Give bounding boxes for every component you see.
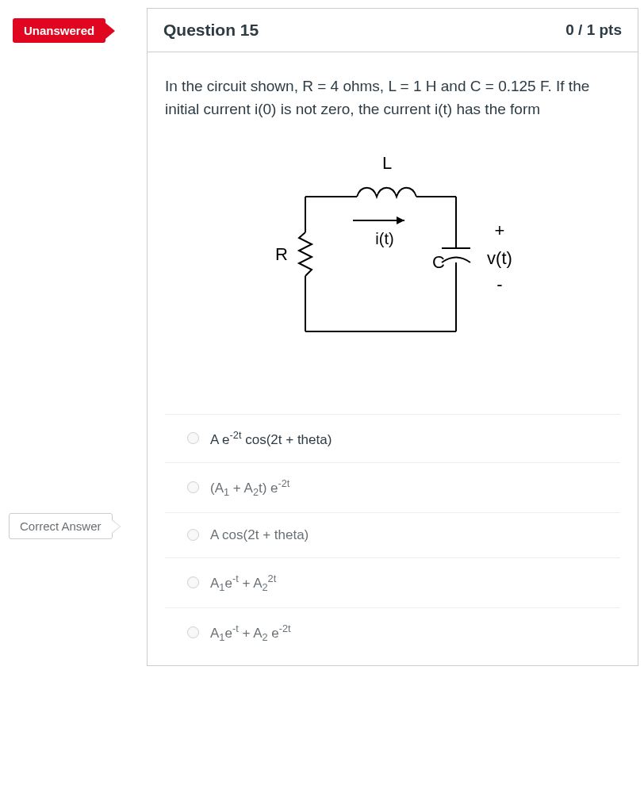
- label-v: v(t): [487, 248, 512, 268]
- answer-radio[interactable]: [187, 481, 199, 493]
- answer-radio[interactable]: [187, 626, 199, 638]
- answer-radio[interactable]: [187, 529, 199, 541]
- label-plus: +: [495, 220, 505, 240]
- answer-radio[interactable]: [187, 432, 199, 444]
- label-i: i(t): [375, 230, 393, 247]
- question-title: Question 15: [163, 21, 259, 40]
- answer-radio[interactable]: [187, 576, 199, 588]
- answer-option[interactable]: A1e-t + A2 e-2t: [165, 607, 620, 657]
- question-header: Question 15 0 / 1 pts: [148, 9, 638, 52]
- answer-text: (A1 + A2t) e-2t: [210, 477, 289, 498]
- svg-marker-2: [397, 216, 404, 224]
- label-L: L: [382, 153, 392, 173]
- question-text: In the circuit shown, R = 4 ohms, L = 1 …: [165, 75, 620, 121]
- label-C: C: [432, 252, 445, 272]
- question-container: Unanswered Correct Answer Question 15 0 …: [147, 8, 638, 666]
- answers-list: A e-2t cos(2t + theta)(A1 + A2t) e-2tA c…: [165, 414, 620, 657]
- circuit-diagram: L R i(t) C + v(t) -: [165, 141, 620, 382]
- answer-option[interactable]: A1e-t + A22t: [165, 557, 620, 607]
- circuit-svg: L R i(t) C + v(t) -: [242, 141, 543, 379]
- label-minus: -: [496, 274, 502, 294]
- answer-option[interactable]: A cos(2t + theta): [165, 512, 620, 557]
- question-body: In the circuit shown, R = 4 ohms, L = 1 …: [148, 52, 638, 665]
- answer-text: A cos(2t + theta): [210, 527, 309, 543]
- answer-option[interactable]: A e-2t cos(2t + theta): [165, 414, 620, 462]
- label-R: R: [275, 244, 288, 264]
- answer-text: A1e-t + A2 e-2t: [210, 622, 291, 643]
- answer-text: A e-2t cos(2t + theta): [210, 429, 332, 448]
- answer-text: A1e-t + A22t: [210, 573, 276, 593]
- answer-option[interactable]: (A1 + A2t) e-2t: [165, 462, 620, 512]
- status-tag-correct-answer: Correct Answer: [9, 513, 113, 539]
- status-tag-unanswered: Unanswered: [13, 18, 105, 43]
- points-display: 0 / 1 pts: [565, 21, 622, 39]
